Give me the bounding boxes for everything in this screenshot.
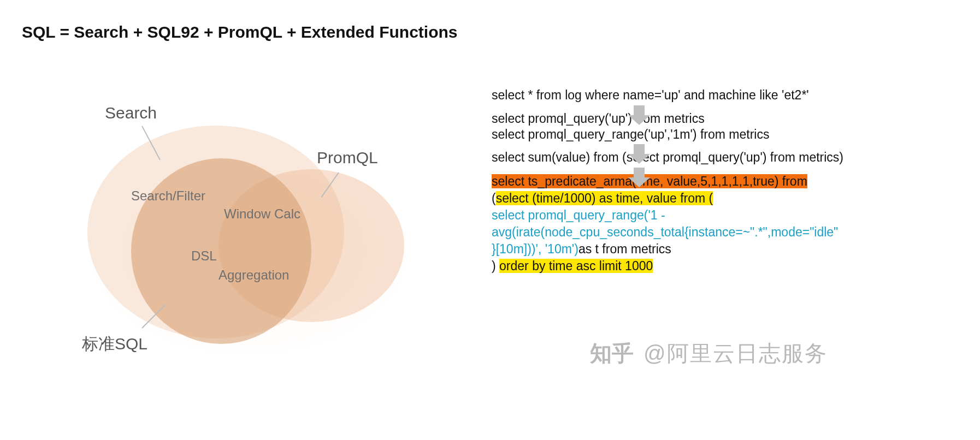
query-2b: select promql_query_range('up','1m') fro… [492, 127, 956, 142]
final-line-6-pre: ) [492, 259, 499, 273]
label-sql: 标准SQL [82, 333, 147, 355]
query-2a: select promql_query('up') from metrics [492, 111, 956, 127]
final-line-5b: as t from metrics [578, 242, 671, 256]
label-aggregation: Aggregation [219, 267, 289, 283]
final-line-6-hl: order by time asc limit 1000 [499, 259, 653, 273]
query-3: select sum(value) from (select promql_qu… [492, 150, 956, 165]
label-window-calc: Window Calc [224, 206, 300, 222]
label-promql: PromQL [317, 148, 378, 167]
label-search: Search [105, 104, 157, 122]
watermark-logo: 知乎 [590, 338, 634, 368]
page-title: SQL = Search + SQL92 + PromQL + Extended… [22, 23, 457, 41]
label-search-filter: Search/Filter [131, 188, 205, 204]
watermark-text: @阿里云日志服务 [644, 341, 828, 365]
venn-ellipse-sql [131, 158, 311, 344]
query-column: select * from log where name='up' and ma… [492, 87, 956, 275]
final-line-5a: }[10m]))', '10m') [492, 242, 578, 256]
venn-diagram: Search PromQL 标准SQL Search/Filter Window… [60, 98, 432, 382]
query-final: select ts_predicate_arma(time, value,5,1… [492, 173, 956, 275]
final-line-3: select promql_query_range('1 - [492, 208, 665, 222]
watermark: 知乎@阿里云日志服务 [590, 338, 828, 368]
final-line-2-hl: select (time/1000) as time, value from ( [496, 191, 713, 205]
query-1: select * from log where name='up' and ma… [492, 87, 956, 103]
label-dsl: DSL [191, 248, 217, 264]
final-line-2-pre: ( [492, 191, 496, 205]
final-line-4: avg(irate(node_cpu_seconds_total{instanc… [492, 225, 838, 239]
